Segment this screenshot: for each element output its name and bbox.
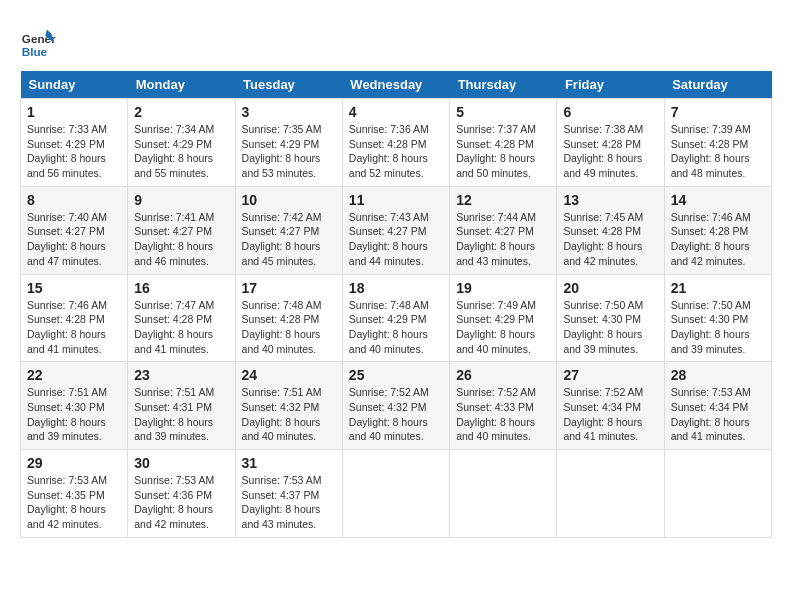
calendar-cell: 27 Sunrise: 7:52 AM Sunset: 4:34 PM Dayl… (557, 362, 664, 450)
day-number: 6 (563, 104, 657, 120)
calendar-cell: 13 Sunrise: 7:45 AM Sunset: 4:28 PM Dayl… (557, 186, 664, 274)
calendar-cell (342, 450, 449, 538)
day-number: 27 (563, 367, 657, 383)
calendar-cell: 1 Sunrise: 7:33 AM Sunset: 4:29 PM Dayli… (21, 99, 128, 187)
day-number: 23 (134, 367, 228, 383)
day-info: Sunrise: 7:50 AM Sunset: 4:30 PM Dayligh… (563, 298, 657, 357)
day-number: 14 (671, 192, 765, 208)
day-info: Sunrise: 7:53 AM Sunset: 4:35 PM Dayligh… (27, 473, 121, 532)
calendar-cell: 6 Sunrise: 7:38 AM Sunset: 4:28 PM Dayli… (557, 99, 664, 187)
day-info: Sunrise: 7:38 AM Sunset: 4:28 PM Dayligh… (563, 122, 657, 181)
calendar-table: SundayMondayTuesdayWednesdayThursdayFrid… (20, 71, 772, 538)
calendar-cell: 24 Sunrise: 7:51 AM Sunset: 4:32 PM Dayl… (235, 362, 342, 450)
calendar-cell: 9 Sunrise: 7:41 AM Sunset: 4:27 PM Dayli… (128, 186, 235, 274)
day-info: Sunrise: 7:46 AM Sunset: 4:28 PM Dayligh… (671, 210, 765, 269)
calendar-week-3: 15 Sunrise: 7:46 AM Sunset: 4:28 PM Dayl… (21, 274, 772, 362)
day-info: Sunrise: 7:53 AM Sunset: 4:34 PM Dayligh… (671, 385, 765, 444)
calendar-cell: 14 Sunrise: 7:46 AM Sunset: 4:28 PM Dayl… (664, 186, 771, 274)
weekday-header-friday: Friday (557, 71, 664, 99)
calendar-cell: 10 Sunrise: 7:42 AM Sunset: 4:27 PM Dayl… (235, 186, 342, 274)
day-info: Sunrise: 7:52 AM Sunset: 4:34 PM Dayligh… (563, 385, 657, 444)
day-number: 12 (456, 192, 550, 208)
calendar-cell: 12 Sunrise: 7:44 AM Sunset: 4:27 PM Dayl… (450, 186, 557, 274)
day-info: Sunrise: 7:50 AM Sunset: 4:30 PM Dayligh… (671, 298, 765, 357)
day-info: Sunrise: 7:45 AM Sunset: 4:28 PM Dayligh… (563, 210, 657, 269)
day-info: Sunrise: 7:44 AM Sunset: 4:27 PM Dayligh… (456, 210, 550, 269)
calendar-cell (450, 450, 557, 538)
calendar-cell: 17 Sunrise: 7:48 AM Sunset: 4:28 PM Dayl… (235, 274, 342, 362)
day-number: 15 (27, 280, 121, 296)
calendar-cell: 25 Sunrise: 7:52 AM Sunset: 4:32 PM Dayl… (342, 362, 449, 450)
day-number: 7 (671, 104, 765, 120)
calendar-week-5: 29 Sunrise: 7:53 AM Sunset: 4:35 PM Dayl… (21, 450, 772, 538)
day-number: 2 (134, 104, 228, 120)
day-number: 9 (134, 192, 228, 208)
day-number: 18 (349, 280, 443, 296)
day-number: 1 (27, 104, 121, 120)
day-number: 5 (456, 104, 550, 120)
calendar-cell: 5 Sunrise: 7:37 AM Sunset: 4:28 PM Dayli… (450, 99, 557, 187)
weekday-header-wednesday: Wednesday (342, 71, 449, 99)
day-info: Sunrise: 7:51 AM Sunset: 4:30 PM Dayligh… (27, 385, 121, 444)
day-number: 28 (671, 367, 765, 383)
calendar-header-row: SundayMondayTuesdayWednesdayThursdayFrid… (21, 71, 772, 99)
calendar-cell: 29 Sunrise: 7:53 AM Sunset: 4:35 PM Dayl… (21, 450, 128, 538)
calendar-week-2: 8 Sunrise: 7:40 AM Sunset: 4:27 PM Dayli… (21, 186, 772, 274)
calendar-cell: 19 Sunrise: 7:49 AM Sunset: 4:29 PM Dayl… (450, 274, 557, 362)
day-info: Sunrise: 7:36 AM Sunset: 4:28 PM Dayligh… (349, 122, 443, 181)
day-number: 16 (134, 280, 228, 296)
calendar-body: 1 Sunrise: 7:33 AM Sunset: 4:29 PM Dayli… (21, 99, 772, 538)
day-number: 20 (563, 280, 657, 296)
day-number: 17 (242, 280, 336, 296)
day-info: Sunrise: 7:48 AM Sunset: 4:29 PM Dayligh… (349, 298, 443, 357)
calendar-cell: 2 Sunrise: 7:34 AM Sunset: 4:29 PM Dayli… (128, 99, 235, 187)
calendar-cell (664, 450, 771, 538)
day-number: 19 (456, 280, 550, 296)
calendar-cell: 3 Sunrise: 7:35 AM Sunset: 4:29 PM Dayli… (235, 99, 342, 187)
day-number: 10 (242, 192, 336, 208)
page-header: General Blue (20, 20, 772, 61)
logo: General Blue (20, 25, 60, 61)
calendar-cell: 16 Sunrise: 7:47 AM Sunset: 4:28 PM Dayl… (128, 274, 235, 362)
svg-text:Blue: Blue (22, 45, 48, 58)
calendar-cell: 15 Sunrise: 7:46 AM Sunset: 4:28 PM Dayl… (21, 274, 128, 362)
day-info: Sunrise: 7:47 AM Sunset: 4:28 PM Dayligh… (134, 298, 228, 357)
calendar-cell: 22 Sunrise: 7:51 AM Sunset: 4:30 PM Dayl… (21, 362, 128, 450)
day-info: Sunrise: 7:43 AM Sunset: 4:27 PM Dayligh… (349, 210, 443, 269)
day-number: 8 (27, 192, 121, 208)
calendar-cell: 11 Sunrise: 7:43 AM Sunset: 4:27 PM Dayl… (342, 186, 449, 274)
day-number: 30 (134, 455, 228, 471)
calendar-cell: 31 Sunrise: 7:53 AM Sunset: 4:37 PM Dayl… (235, 450, 342, 538)
day-number: 21 (671, 280, 765, 296)
day-number: 25 (349, 367, 443, 383)
calendar-cell: 4 Sunrise: 7:36 AM Sunset: 4:28 PM Dayli… (342, 99, 449, 187)
day-info: Sunrise: 7:35 AM Sunset: 4:29 PM Dayligh… (242, 122, 336, 181)
calendar-cell: 28 Sunrise: 7:53 AM Sunset: 4:34 PM Dayl… (664, 362, 771, 450)
day-info: Sunrise: 7:37 AM Sunset: 4:28 PM Dayligh… (456, 122, 550, 181)
day-number: 29 (27, 455, 121, 471)
calendar-cell: 30 Sunrise: 7:53 AM Sunset: 4:36 PM Dayl… (128, 450, 235, 538)
calendar-cell: 7 Sunrise: 7:39 AM Sunset: 4:28 PM Dayli… (664, 99, 771, 187)
day-info: Sunrise: 7:52 AM Sunset: 4:33 PM Dayligh… (456, 385, 550, 444)
day-number: 26 (456, 367, 550, 383)
weekday-header-saturday: Saturday (664, 71, 771, 99)
day-number: 31 (242, 455, 336, 471)
day-info: Sunrise: 7:53 AM Sunset: 4:36 PM Dayligh… (134, 473, 228, 532)
calendar-cell: 23 Sunrise: 7:51 AM Sunset: 4:31 PM Dayl… (128, 362, 235, 450)
day-info: Sunrise: 7:40 AM Sunset: 4:27 PM Dayligh… (27, 210, 121, 269)
day-info: Sunrise: 7:34 AM Sunset: 4:29 PM Dayligh… (134, 122, 228, 181)
day-info: Sunrise: 7:41 AM Sunset: 4:27 PM Dayligh… (134, 210, 228, 269)
day-number: 13 (563, 192, 657, 208)
day-number: 24 (242, 367, 336, 383)
day-info: Sunrise: 7:51 AM Sunset: 4:32 PM Dayligh… (242, 385, 336, 444)
weekday-header-tuesday: Tuesday (235, 71, 342, 99)
day-info: Sunrise: 7:39 AM Sunset: 4:28 PM Dayligh… (671, 122, 765, 181)
calendar-cell: 8 Sunrise: 7:40 AM Sunset: 4:27 PM Dayli… (21, 186, 128, 274)
day-info: Sunrise: 7:33 AM Sunset: 4:29 PM Dayligh… (27, 122, 121, 181)
weekday-header-sunday: Sunday (21, 71, 128, 99)
day-number: 11 (349, 192, 443, 208)
day-number: 4 (349, 104, 443, 120)
day-info: Sunrise: 7:46 AM Sunset: 4:28 PM Dayligh… (27, 298, 121, 357)
calendar-cell: 20 Sunrise: 7:50 AM Sunset: 4:30 PM Dayl… (557, 274, 664, 362)
calendar-cell: 26 Sunrise: 7:52 AM Sunset: 4:33 PM Dayl… (450, 362, 557, 450)
